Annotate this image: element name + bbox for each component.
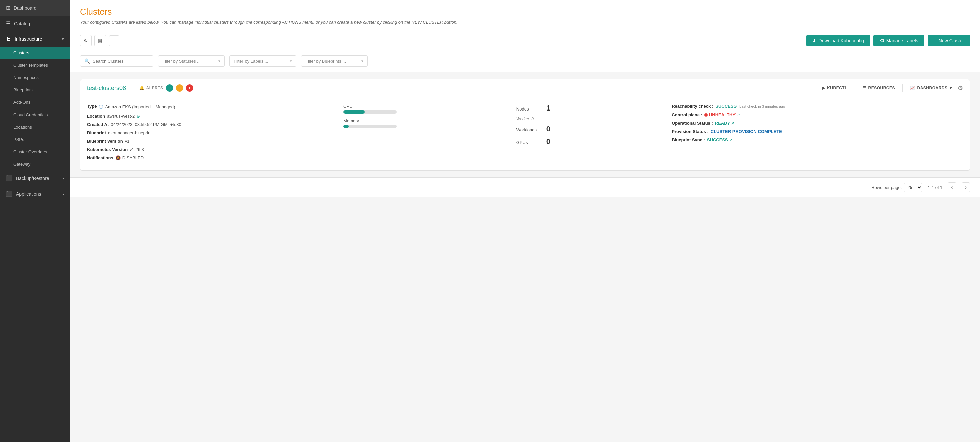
terminal-icon: ▶: [822, 86, 825, 91]
grid-view-button[interactable]: ▦: [94, 35, 107, 46]
refresh-button[interactable]: ↻: [80, 35, 92, 46]
chevron-down-icon: ▾: [290, 59, 292, 64]
created-label: Created At: [87, 122, 109, 127]
filter-blueprints[interactable]: Filter by Blueprints ... ▾: [301, 56, 368, 67]
list-icon: ≡: [113, 38, 116, 44]
blueprint-version-value: v1: [125, 139, 130, 144]
pagination-range: 1-1 of 1: [928, 185, 942, 190]
prev-page-button[interactable]: ‹: [948, 182, 956, 192]
cluster-card: test-clusters08 🔔 ALERTS 0 0 1 ▶ KUBECTL: [80, 79, 970, 171]
nodes-value: 1: [546, 104, 550, 113]
operational-value: READY: [715, 121, 730, 126]
toolbar-view-controls: ↻ ▦ ≡: [80, 35, 119, 46]
external-link-icon[interactable]: ↗: [737, 113, 740, 117]
sidebar-item-cloud-credentials[interactable]: Cloud Credentials: [0, 109, 70, 121]
dashboards-button[interactable]: 📈 DASHBOARDS ▾: [910, 86, 951, 91]
applications-icon: ⬛: [6, 191, 13, 197]
sidebar-item-infrastructure[interactable]: 🖥 Infrastructure ▾: [0, 31, 70, 47]
cluster-nodes-col: Nodes 1 Worker: 0 Workloads 0 GPUs 0: [510, 104, 662, 164]
resources-button[interactable]: ☰ RESOURCES: [862, 86, 895, 91]
catalog-icon: ☰: [6, 20, 11, 27]
type-label: Type: [87, 104, 97, 110]
cluster-name: test-clusters08: [87, 85, 126, 92]
infrastructure-icon: 🖥: [6, 36, 11, 42]
notifications-row: Notifications 🔕 DISABLED: [87, 155, 337, 160]
sidebar-item-cluster-overrides[interactable]: Cluster Overrides: [0, 145, 70, 158]
list-view-button[interactable]: ≡: [109, 35, 119, 46]
grid-icon: ▦: [98, 38, 103, 44]
type-row: Type ⬡ Amazon EKS (Imported + Managed): [87, 104, 337, 110]
sidebar-item-catalog[interactable]: ☰ Catalog: [0, 16, 70, 31]
alerts-section: 🔔 ALERTS 0 0 1: [139, 85, 194, 92]
sidebar-item-locations[interactable]: Locations: [0, 121, 70, 133]
manage-labels-button[interactable]: 🏷 Manage Labels: [873, 35, 924, 46]
search-input[interactable]: [93, 59, 149, 64]
chevron-down-icon: ▾: [361, 59, 363, 64]
rows-per-page: Rows per page: 10 25 50 100: [871, 183, 922, 192]
control-plane-value: UNHEALTHY: [709, 112, 735, 117]
page-title: Clusters: [80, 7, 970, 17]
memory-metric: Memory: [343, 118, 510, 128]
cluster-card-header: test-clusters08 🔔 ALERTS 0 0 1 ▶ KUBECTL: [80, 80, 970, 97]
k8s-version-label: Kubernetes Version: [87, 147, 128, 152]
sidebar-item-dashboard[interactable]: ⊞ Dashboard: [0, 0, 70, 16]
location-icon: ⊕: [137, 113, 140, 118]
sidebar-item-namespaces[interactable]: Namespaces: [0, 72, 70, 84]
plus-icon: +: [934, 38, 936, 43]
sidebar-item-cluster-templates[interactable]: Cluster Templates: [0, 59, 70, 72]
kubectl-button[interactable]: ▶ KUBECTL: [822, 86, 847, 91]
refresh-icon: ↻: [84, 38, 88, 44]
next-page-button[interactable]: ›: [962, 182, 970, 192]
backup-icon: ⬛: [6, 175, 13, 181]
blueprint-sync-row: Blueprint Sync : SUCCESS ↗: [672, 137, 963, 142]
blueprint-sync-value: SUCCESS: [707, 137, 728, 142]
cpu-metric: CPU: [343, 104, 510, 113]
sidebar-item-add-ons[interactable]: Add-Ons: [0, 96, 70, 109]
gpus-stat: GPUs 0: [516, 137, 662, 146]
reachability-value: SUCCESS: [716, 104, 737, 109]
external-link-icon-3[interactable]: ↗: [729, 137, 732, 142]
provision-row: Provision Status : CLUSTER PROVISION COM…: [672, 129, 963, 134]
chevron-right-icon: ›: [63, 176, 64, 180]
cluster-info-col: Type ⬡ Amazon EKS (Imported + Managed) L…: [87, 104, 337, 164]
page-header: Clusters Your configured Clusters are li…: [70, 0, 980, 30]
search-icon: 🔍: [84, 58, 90, 64]
blueprint-label: Blueprint: [87, 130, 106, 135]
pagination-bar: Rows per page: 10 25 50 100 1-1 of 1 ‹ ›: [70, 177, 980, 197]
chart-icon: 📈: [910, 86, 915, 91]
sidebar-item-blueprints[interactable]: Blueprints: [0, 84, 70, 96]
cpu-progress-fill: [343, 110, 364, 113]
rows-per-page-select[interactable]: 10 25 50 100: [904, 183, 922, 192]
alert-badge-0: 0: [166, 85, 173, 92]
chevron-down-icon: ▾: [62, 37, 64, 41]
gpus-label: GPUs: [516, 140, 543, 145]
eks-icon: ⬡: [99, 104, 103, 110]
alert-badge-2: 1: [186, 85, 194, 92]
blueprint-value: alertmanager-blueprint: [108, 130, 152, 135]
cluster-settings-button[interactable]: ⚙: [958, 85, 963, 92]
new-cluster-button[interactable]: + New Cluster: [928, 35, 970, 46]
created-row: Created At 04/24/2023, 08:59:52 PM GMT+5…: [87, 122, 337, 127]
download-kubeconfig-button[interactable]: ⬇ Download Kubeconfig: [806, 35, 870, 46]
k8s-version-value: v1.26.3: [130, 147, 144, 152]
sidebar-item-psps[interactable]: PSPs: [0, 133, 70, 145]
cluster-status-col: Reachability check : SUCCESS Last check-…: [662, 104, 963, 164]
divider: [902, 84, 903, 92]
sidebar-item-clusters[interactable]: Clusters: [0, 47, 70, 59]
main-content: Clusters Your configured Clusters are li…: [70, 0, 980, 442]
dashboard-icon: ⊞: [6, 5, 10, 11]
chevron-down-icon: ▾: [950, 86, 952, 91]
filter-labels[interactable]: Filter by Labels ... ▾: [229, 56, 296, 67]
external-link-icon-2[interactable]: ↗: [731, 121, 735, 126]
operational-row: Operational Status : READY ↗: [672, 121, 963, 126]
sidebar-item-gateway[interactable]: Gateway: [0, 158, 70, 170]
location-value: aws/us-west-2 ⊕: [107, 113, 140, 118]
blueprint-row: Blueprint alertmanager-blueprint: [87, 130, 337, 135]
filters-row: 🔍 Filter by Statuses ... ▾ Filter by Lab…: [70, 51, 980, 72]
search-container: 🔍: [80, 56, 153, 67]
sidebar-item-backup-restore[interactable]: ⬛ Backup/Restore ›: [0, 170, 70, 186]
sidebar-item-applications[interactable]: ⬛ Applications ›: [0, 186, 70, 202]
blueprint-version-label: Blueprint Version: [87, 139, 123, 144]
filter-statuses[interactable]: Filter by Statuses ... ▾: [158, 56, 225, 67]
resources-icon: ☰: [862, 86, 866, 91]
